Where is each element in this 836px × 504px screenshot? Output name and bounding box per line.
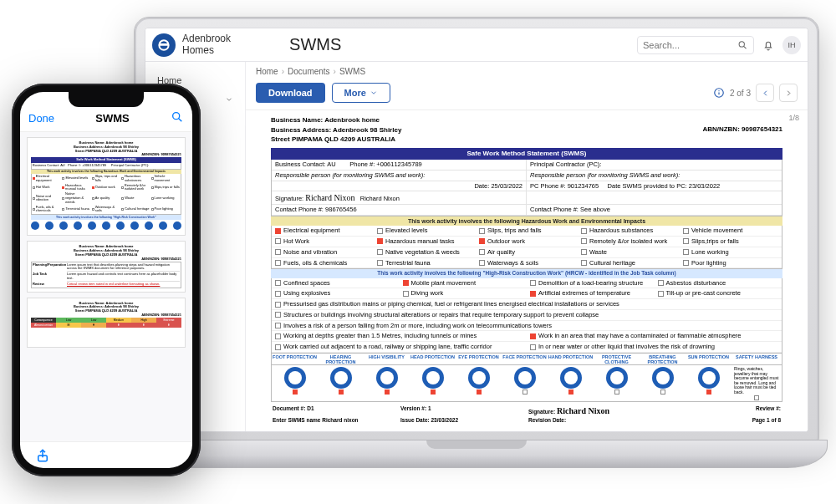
hrcw-item: Tilt-up or pre-cast concrete [655,288,782,299]
pager-prev[interactable] [756,84,774,102]
hrcw-item-full: Structures or buildings involving struct… [272,310,782,321]
phone-preview-page-2[interactable]: Business Name: Adenbrook homeBusiness Ad… [27,241,186,292]
laptop-bezel: Adenbrook Homes SWMS IH Home [134,17,819,443]
checkbox-icon [568,389,573,395]
search-box[interactable] [637,36,754,54]
chevron-down-icon [370,89,378,97]
search-icon [737,39,748,51]
bell-icon[interactable] [762,39,774,51]
hrcw-grid: Confined spacesMobile plant movementDemo… [271,278,782,354]
phone-done-button[interactable]: Done [28,112,54,125]
ppe-icon [468,367,490,389]
swms-document: Business Name: Adenbrook home Business A… [246,110,808,429]
doc-footer-1: Document #: D1 Version #: 1 Signature: R… [271,402,782,416]
ppe-label: Protective Clothing [594,355,640,365]
checkbox-icon [479,228,485,234]
svg-point-4 [718,90,719,91]
doc-meta: SWMS Compulsory [246,429,808,431]
phone-notch [69,92,144,107]
page-indicator: 1/8 [788,114,799,122]
share-icon[interactable] [35,448,50,463]
ppe-icon [330,367,352,389]
chevron-right-icon [784,89,793,98]
laptop-hinge-notch [426,440,527,449]
crumb-documents[interactable]: Documents [288,67,330,76]
info-icon[interactable] [713,87,725,99]
ppe-label: Head Protection [410,355,456,365]
phone-preview-page-3[interactable]: Business Name: Adenbrook homeBusiness Ad… [27,298,186,348]
hazard-item: Native vegetation & weeds [374,247,476,258]
topbar: Adenbrook Homes SWMS IH [145,28,808,62]
hazard-item: Waterways & soils [476,258,578,269]
org-logo [152,33,176,57]
checkbox-icon [275,280,281,286]
checkbox-icon [683,228,689,234]
download-button[interactable]: Download [256,83,325,103]
doc-footer-2: Enter SWMS name Richard nixon Issue Date… [271,416,782,425]
document-preview: 1/8 Business Name: Adenbrook home Busine… [246,110,808,431]
phone-footer [20,441,192,468]
hazard-item: Hazardous substances [578,226,680,237]
ppe-icon-cell [410,367,456,395]
hazard-item: Fuels, oils & chemicals [272,258,374,269]
checkbox-icon [403,280,409,286]
more-button[interactable]: More [332,83,390,103]
checkbox-icon [275,238,281,244]
svg-point-5 [173,113,180,120]
hrcw-item: Using explosives [272,288,400,299]
ppe-label: Sun Protection [686,355,732,365]
checkbox-icon [275,228,281,234]
checkbox-icon [275,333,281,339]
laptop-device: Adenbrook Homes SWMS IH Home [125,17,828,485]
hazards-grid: Electrical equipmentElevated levelsSlips… [271,226,782,269]
ppe-icon-cell [686,367,732,395]
search-input[interactable] [643,40,737,50]
page-counter: 2 of 3 [730,89,751,98]
ppe-icon-cell [318,367,364,395]
hrcw-item: Work in an area that may have a contamin… [527,331,782,342]
checkbox-icon [581,238,587,244]
phone-body[interactable]: Business Name: Adenbrook homeBusiness Ad… [20,132,192,441]
hrcw-item: Demolition of a load-bearing structure [527,278,655,289]
ppe-label: Face Protection [502,355,548,365]
checkbox-icon [293,389,298,395]
hrcw-item: Asbestos disturbance [655,278,782,289]
hazard-item: Remotely &/or isolated work [578,237,680,247]
hazard-item: Waste [578,247,680,258]
doc-header: Business Name: Adenbrook home Business A… [271,115,782,148]
phone-title: SWMS [54,112,171,125]
checkbox-icon [614,389,619,395]
laptop-base [125,440,828,468]
checkbox-icon [275,291,281,297]
hazard-item: Noise and vibration [272,247,374,258]
ppe-icon [376,367,398,389]
phone-preview-page-1[interactable]: Business Name: Adenbrook homeBusiness Ad… [27,137,186,236]
checkbox-icon [403,291,409,297]
chevron-down-icon [225,95,233,104]
checkbox-icon [479,238,485,244]
ppe-label: Safety Harness [732,355,782,365]
ppe-note: Rings, watches, jewellery that may becom… [732,367,782,400]
svg-point-0 [740,41,745,46]
ppe-labels: Foot ProtectionHearing ProtectionHigh Vi… [271,354,782,366]
hrcw-item: Artificial extremes of temperature [527,288,655,299]
checkbox-icon [683,260,689,266]
checkbox-icon [377,228,383,234]
checkbox-icon [660,389,665,395]
pager-next[interactable] [779,84,798,102]
avatar[interactable]: IH [782,36,801,54]
ppe-label: High Visibility [364,355,410,365]
ppe-label: Breathing Protection [640,355,686,365]
hazard-item: Elevated levels [374,226,476,237]
checkbox-icon [275,344,281,350]
checkbox-icon [275,302,281,308]
checkbox-icon [377,249,383,255]
crumb-home[interactable]: Home [256,67,278,76]
phone-search-button[interactable] [171,110,184,126]
hrcw-item: Confined spaces [272,278,400,289]
checkbox-icon [581,260,587,266]
ppe-icon [284,367,306,389]
checkbox-icon [477,389,482,395]
hazard-item: Hazardous manual tasks [374,237,476,247]
checkbox-icon [683,238,689,244]
